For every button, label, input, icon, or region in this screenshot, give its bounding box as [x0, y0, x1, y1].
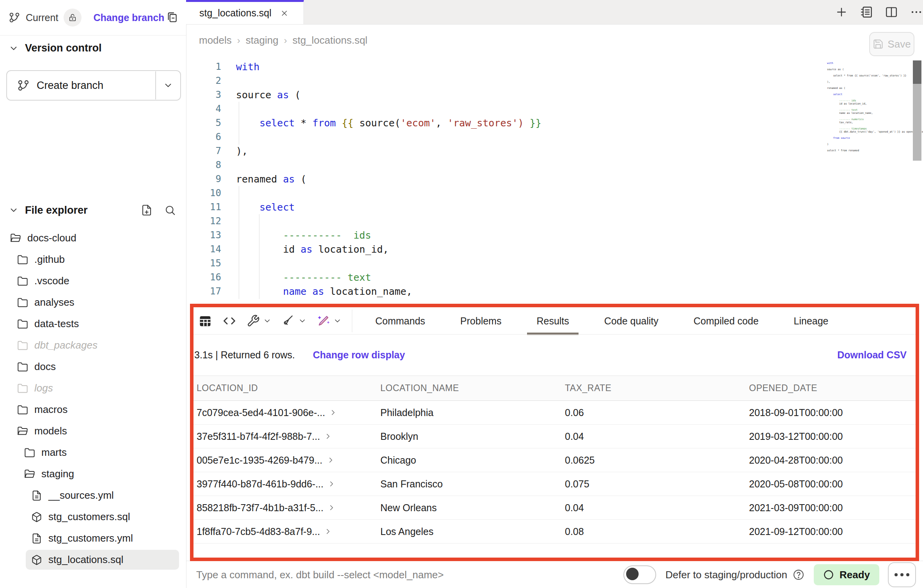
defer-toggle[interactable] — [623, 565, 656, 584]
minimap-line: with — [827, 62, 907, 65]
code-editor[interactable]: 1with23source as (45 select * from {{ so… — [186, 58, 834, 304]
code-line-2[interactable]: 2 — [186, 74, 236, 88]
folder-icon — [17, 404, 28, 415]
ide-status-button[interactable]: Ready — [814, 564, 879, 585]
file-tree-item-data-tests[interactable]: data-tests — [0, 313, 186, 335]
results-tab-lineage[interactable]: Lineage — [781, 307, 842, 335]
file-tree-item--vscode[interactable]: .vscode — [0, 270, 186, 292]
change-row-display-link[interactable]: Change row display — [313, 349, 405, 361]
cell-location-name: Philadelphia — [377, 407, 562, 418]
more-actions-button[interactable] — [888, 562, 916, 587]
create-branch-button[interactable]: Create branch — [6, 70, 181, 101]
results-tab-commands[interactable]: Commands — [362, 307, 438, 335]
code-line-11[interactable]: 11 select — [186, 200, 295, 214]
notebook-icon[interactable] — [860, 5, 873, 19]
expand-cell-icon[interactable] — [327, 480, 336, 488]
more-options-icon[interactable] — [910, 5, 923, 19]
cell-location-id: 37e5f311-b7f4-4f2f-988b-7... — [193, 431, 377, 442]
code-line-6[interactable]: 6 — [186, 130, 236, 144]
format-button[interactable] — [282, 314, 307, 328]
code-line-4[interactable]: 4 — [186, 102, 236, 116]
change-branch-link[interactable]: Change branch — [93, 12, 164, 23]
cell-tax-rate: 0.04 — [562, 502, 746, 514]
code-line-5[interactable]: 5 select * from {{ source('ecom', 'raw_s… — [186, 116, 541, 130]
file-tree-item-macros[interactable]: macros — [0, 399, 186, 420]
download-csv-link[interactable]: Download CSV — [837, 349, 907, 361]
file-tree-item-stg-customers-yml[interactable]: stg_customers.yml — [0, 528, 186, 549]
file-tree-item--sources-yml[interactable]: __sources.yml — [0, 485, 186, 506]
code-line-16[interactable]: 16 ---------- text — [186, 270, 371, 284]
breadcrumb-separator: › — [237, 35, 240, 46]
code-line-8[interactable]: 8 — [186, 158, 236, 172]
tab-close-icon[interactable] — [280, 9, 289, 18]
line-number: 12 — [186, 216, 221, 227]
split-pane-icon[interactable] — [885, 5, 898, 19]
expand-cell-icon[interactable] — [329, 408, 337, 417]
search-icon[interactable] — [164, 204, 176, 216]
ai-assist-button[interactable] — [317, 314, 342, 328]
results-tab-code-quality[interactable]: Code quality — [591, 307, 672, 335]
expand-cell-icon[interactable] — [324, 527, 332, 536]
line-number: 9 — [186, 174, 221, 184]
tab-stg-locations[interactable]: stg_locations.sql — [186, 0, 304, 24]
chevron-down-icon[interactable] — [9, 205, 19, 215]
minimap-line — [827, 124, 907, 127]
expand-cell-icon[interactable] — [327, 456, 335, 464]
save-button[interactable]: Save — [869, 32, 914, 56]
breadcrumb-item[interactable]: models — [199, 34, 232, 46]
file-tree-item-docs[interactable]: docs — [0, 356, 186, 377]
code-line-1[interactable]: 1with — [186, 60, 259, 74]
file-tree-item-stg-locations-sql[interactable]: stg_locations.sql — [0, 549, 186, 570]
breadcrumb-item[interactable]: stg_locations.sql — [293, 34, 367, 46]
minimap[interactable]: with source as ( select * from {{ source… — [827, 62, 907, 152]
folder-open-icon — [24, 469, 35, 480]
create-branch-dropdown[interactable] — [156, 80, 180, 90]
file-tree-item-models[interactable]: models — [0, 420, 186, 442]
line-number: 13 — [186, 230, 221, 241]
file-tree-item-logs[interactable]: logs — [0, 377, 186, 399]
folder-icon — [17, 383, 28, 394]
code-line-10[interactable]: 10 — [186, 186, 236, 200]
git-branch-icon — [9, 12, 20, 23]
results-tab-results[interactable]: Results — [523, 307, 582, 335]
command-bar: Type a command, ex. dbt build --select <… — [186, 561, 923, 588]
version-control-header[interactable]: Version control — [9, 42, 102, 54]
file-tree-item-marts[interactable]: marts — [0, 442, 186, 463]
build-tools-button[interactable] — [247, 314, 272, 328]
line-number: 16 — [186, 272, 221, 283]
line-number: 2 — [186, 75, 221, 86]
help-icon[interactable] — [793, 569, 804, 581]
expand-cell-icon[interactable] — [327, 503, 336, 512]
chevron-down-icon — [263, 317, 272, 325]
new-file-icon[interactable] — [141, 204, 153, 216]
code-line-9[interactable]: 9renamed as ( — [186, 172, 307, 186]
file-tree-item-dbt-packages[interactable]: dbt_packages — [0, 335, 186, 356]
file-tree-item-docs-cloud[interactable]: docs-cloud — [0, 227, 186, 249]
minimap-line — [827, 83, 907, 87]
code-line-15[interactable]: 15 — [186, 256, 236, 270]
file-tree-item-analyses[interactable]: analyses — [0, 292, 186, 313]
command-input[interactable]: Type a command, ex. dbt build --select <… — [196, 569, 623, 581]
results-tab-problems[interactable]: Problems — [447, 307, 515, 335]
code-line-14[interactable]: 14 id as location_id, — [186, 242, 389, 256]
code-view-icon[interactable] — [222, 314, 236, 328]
file-tree-item-stg-customers-sql[interactable]: stg_customers.sql — [0, 506, 186, 528]
copy-icon[interactable] — [166, 11, 178, 24]
file-tree-item--github[interactable]: .github — [0, 249, 186, 270]
new-tab-icon[interactable] — [835, 5, 848, 19]
code-line-17[interactable]: 17 name as location_name, — [186, 284, 412, 298]
minimap-line: id as location_id, — [827, 102, 907, 105]
code-line-13[interactable]: 13 ---------- ids — [186, 228, 371, 242]
results-tab-compiled-code[interactable]: Compiled code — [680, 307, 772, 335]
cell-tax-rate: 0.06 — [562, 407, 746, 418]
file-tree-item-staging[interactable]: staging — [0, 463, 186, 485]
editor-scrollbar-thumb[interactable] — [913, 60, 921, 84]
breadcrumb-item[interactable]: staging — [246, 34, 279, 46]
code-line-12[interactable]: 12 — [186, 214, 236, 228]
cell-tax-rate: 0.08 — [562, 526, 746, 537]
expand-cell-icon[interactable] — [324, 432, 332, 441]
code-line-7[interactable]: 7), — [186, 144, 248, 158]
preview-table-icon[interactable] — [198, 314, 212, 328]
code-line-3[interactable]: 3source as ( — [186, 88, 301, 102]
cell-location-id: 3977f440-b87d-461b-9dd6-... — [193, 478, 377, 490]
